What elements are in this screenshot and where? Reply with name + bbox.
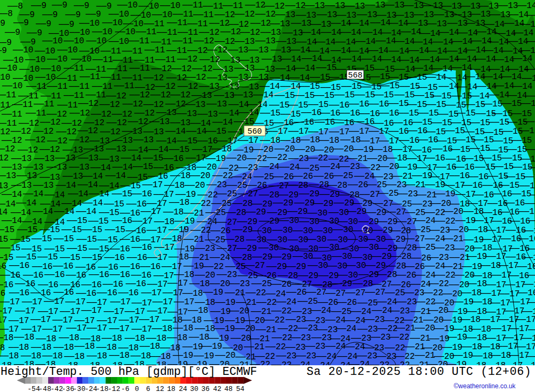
svg-text:——20: ——20: [442, 207, 463, 217]
svg-text:——27: ——27: [345, 288, 365, 298]
svg-text:©weatheronline.co.uk: ©weatheronline.co.uk: [454, 382, 516, 390]
svg-text:12: 12: [156, 385, 164, 392]
svg-text:——11: ——11: [26, 82, 47, 91]
svg-text:——12: ——12: [220, 27, 241, 37]
svg-text:——12: ——12: [77, 126, 98, 136]
svg-text:-36: -36: [62, 385, 74, 392]
svg-text:——20: ——20: [333, 144, 354, 154]
svg-text:——16: ——16: [518, 234, 535, 244]
svg-text:——23: ——23: [403, 288, 424, 298]
svg-text:——17: ——17: [485, 252, 506, 262]
svg-text:——14: ——14: [524, 65, 535, 74]
svg-text:——13: ——13: [324, 1, 345, 11]
svg-text:——11: ——11: [166, 18, 187, 28]
svg-text:——15: ——15: [518, 207, 535, 217]
svg-text:——18: ——18: [467, 225, 488, 235]
svg-text:——14: ——14: [412, 64, 433, 73]
svg-text:——17: ——17: [142, 180, 163, 190]
svg-text:——13: ——13: [291, 19, 311, 28]
svg-text:——20: ——20: [448, 225, 469, 235]
svg-text:——14: ——14: [501, 72, 522, 82]
svg-text:——30: ——30: [307, 261, 328, 271]
svg-text:——16: ——16: [9, 261, 29, 271]
svg-text:——14: ——14: [32, 207, 53, 217]
svg-text:——24: ——24: [209, 253, 230, 263]
svg-text:——13: ——13: [68, 163, 89, 172]
svg-text:——23: ——23: [297, 324, 318, 333]
svg-text:——9: ——9: [85, 10, 101, 19]
svg-text:——15: ——15: [309, 73, 330, 82]
svg-text:——11: ——11: [135, 27, 156, 37]
svg-text:——27: ——27: [216, 244, 237, 253]
svg-text:——10: ——10: [91, 27, 112, 37]
svg-text:-48: -48: [39, 385, 51, 392]
svg-text:——16: ——16: [407, 126, 427, 136]
svg-text:——20: ——20: [378, 162, 399, 172]
svg-text:——12: ——12: [207, 45, 227, 55]
svg-text:——17: ——17: [508, 351, 529, 360]
svg-text:——15: ——15: [233, 117, 254, 127]
svg-text:——28: ——28: [308, 180, 329, 190]
svg-text:——19: ——19: [214, 324, 235, 334]
svg-text:——14: ——14: [511, 54, 532, 64]
svg-text:——23: ——23: [370, 333, 391, 342]
svg-text:——12: ——12: [129, 90, 150, 100]
svg-text:——17: ——17: [0, 306, 12, 316]
svg-text:——16: ——16: [131, 189, 152, 199]
svg-text:——20: ——20: [226, 153, 247, 163]
svg-text:——18: ——18: [460, 315, 480, 325]
svg-text:——30: ——30: [287, 235, 308, 245]
svg-text:——18: ——18: [166, 333, 187, 343]
svg-text:——29: ——29: [346, 207, 366, 217]
svg-text:——17: ——17: [140, 207, 161, 217]
svg-text:——14: ——14: [280, 55, 301, 64]
svg-text:——14: ——14: [54, 207, 74, 217]
svg-text:——30: ——30: [251, 226, 272, 236]
svg-text:——15: ——15: [418, 109, 439, 118]
svg-text:——17: ——17: [30, 315, 51, 325]
svg-text:——9: ——9: [51, 1, 67, 10]
svg-text:——13: ——13: [248, 45, 269, 55]
svg-text:——17: ——17: [86, 324, 107, 333]
svg-text:——29: ——29: [271, 252, 292, 262]
svg-text:——13: ——13: [16, 171, 37, 181]
svg-text:——23: ——23: [229, 279, 250, 289]
svg-text:——20: ——20: [234, 324, 255, 334]
svg-text:——15: ——15: [37, 252, 58, 262]
svg-text:——16: ——16: [517, 288, 535, 298]
svg-text:——13: ——13: [206, 99, 227, 109]
svg-text:——21: ——21: [394, 324, 415, 333]
svg-text:——18: ——18: [86, 351, 107, 361]
svg-text:——18: ——18: [466, 279, 487, 289]
svg-text:——18: ——18: [463, 207, 484, 217]
svg-text:——17: ——17: [139, 315, 159, 325]
svg-text:——12: ——12: [0, 144, 15, 154]
svg-text:——17: ——17: [479, 315, 500, 325]
svg-text:——16: ——16: [131, 243, 152, 252]
svg-text:——28: ——28: [326, 181, 347, 190]
svg-text:——28: ——28: [225, 208, 246, 218]
svg-text:——30: ——30: [272, 226, 293, 235]
svg-text:——20: ——20: [414, 324, 435, 333]
svg-text:——16: ——16: [44, 270, 65, 280]
svg-text:——11: ——11: [172, 36, 193, 46]
svg-text:——15: ——15: [39, 225, 60, 235]
svg-text:——14: ——14: [77, 180, 98, 190]
svg-text:——28: ——28: [224, 235, 244, 244]
svg-text:——17: ——17: [473, 216, 494, 226]
svg-text:——9: ——9: [0, 19, 5, 28]
svg-text:——12: ——12: [150, 90, 171, 100]
svg-text:——15: ——15: [97, 235, 118, 245]
svg-text:——14: ——14: [341, 55, 362, 64]
svg-text:——14: ——14: [526, 37, 535, 47]
svg-text:——12: ——12: [193, 36, 214, 46]
svg-text:——14: ——14: [212, 118, 233, 127]
svg-text:——12: ——12: [122, 99, 143, 109]
svg-text:——15: ——15: [379, 81, 400, 91]
svg-text:——14: ——14: [238, 108, 259, 118]
svg-text:——13: ——13: [234, 64, 255, 73]
svg-text:——19: ——19: [452, 351, 473, 360]
svg-text:——16: ——16: [462, 181, 483, 190]
svg-text:——16: ——16: [491, 189, 512, 199]
svg-text:——15: ——15: [0, 225, 14, 235]
